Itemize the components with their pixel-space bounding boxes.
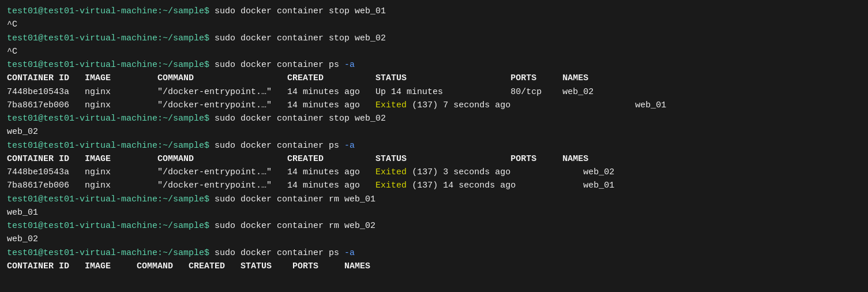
terminal-text-segment: 7448be10543a nginx "/docker-entrypoint.…… bbox=[7, 87, 593, 97]
terminal-text-segment: 7ba8617eb006 nginx "/docker-entrypoint.…… bbox=[7, 181, 375, 190]
terminal-text-segment: 7448be10543a nginx "/docker-entrypoint.…… bbox=[7, 167, 375, 177]
terminal-text-segment: ^C bbox=[7, 47, 17, 57]
terminal-line: ^C bbox=[7, 45, 861, 58]
terminal-text-segment: CONTAINER ID IMAGE COMMAND CREATED STATU… bbox=[7, 261, 370, 271]
terminal-text-segment: test01@test01-virtual-machine:~/sample$ bbox=[7, 248, 215, 258]
terminal-line: web_02 bbox=[7, 233, 861, 246]
terminal-text-segment: test01@test01-virtual-machine:~/sample$ bbox=[7, 141, 215, 151]
terminal-text-segment: test01@test01-virtual-machine:~/sample$ bbox=[7, 6, 215, 16]
terminal-text-segment: sudo docker container rm web_02 bbox=[215, 221, 375, 231]
terminal-line: test01@test01-virtual-machine:~/sample$ … bbox=[7, 58, 861, 72]
terminal-line: test01@test01-virtual-machine:~/sample$ … bbox=[7, 5, 861, 18]
terminal-text-segment: test01@test01-virtual-machine:~/sample$ bbox=[7, 194, 215, 204]
terminal-text-segment: (137) 3 seconds ago web_02 bbox=[407, 167, 614, 177]
terminal-text-segment: CONTAINER ID IMAGE COMMAND CREATED STATU… bbox=[7, 73, 588, 83]
terminal-text-segment: -a bbox=[344, 60, 355, 70]
terminal-text-segment: web_02 bbox=[7, 127, 38, 137]
terminal-line: test01@test01-virtual-machine:~/sample$ … bbox=[7, 193, 861, 206]
terminal-line: CONTAINER ID IMAGE COMMAND CREATED STATU… bbox=[7, 260, 861, 273]
terminal-line: 7ba8617eb006 nginx "/docker-entrypoint.…… bbox=[7, 179, 861, 192]
terminal-text-segment: sudo docker container ps bbox=[215, 60, 344, 70]
terminal-window: test01@test01-virtual-machine:~/sample$ … bbox=[0, 0, 868, 292]
terminal-text-segment: (137) 14 seconds ago web_01 bbox=[407, 181, 614, 190]
terminal-line: web_01 bbox=[7, 206, 861, 219]
terminal-text-segment: sudo docker container rm web_01 bbox=[215, 194, 375, 204]
terminal-text-segment: Exited bbox=[375, 181, 407, 190]
terminal-line: test01@test01-virtual-machine:~/sample$ … bbox=[7, 219, 861, 233]
terminal-text-segment: Exited bbox=[375, 167, 407, 177]
terminal-text-segment: test01@test01-virtual-machine:~/sample$ bbox=[7, 60, 215, 70]
terminal-line: test01@test01-virtual-machine:~/sample$ … bbox=[7, 246, 861, 260]
terminal-text-segment: Exited bbox=[375, 100, 407, 110]
terminal-text-segment: sudo docker container stop web_02 bbox=[215, 33, 386, 43]
terminal-text-segment: test01@test01-virtual-machine:~/sample$ bbox=[7, 114, 215, 123]
terminal-line: ^C bbox=[7, 18, 861, 31]
terminal-text-segment: web_02 bbox=[7, 234, 38, 244]
terminal-line: CONTAINER ID IMAGE COMMAND CREATED STATU… bbox=[7, 72, 861, 85]
terminal-text-segment: test01@test01-virtual-machine:~/sample$ bbox=[7, 33, 215, 43]
terminal-text-segment: ^C bbox=[7, 20, 17, 29]
terminal-text-segment: sudo docker container stop web_02 bbox=[215, 114, 386, 123]
terminal-line: 7ba8617eb006 nginx "/docker-entrypoint.…… bbox=[7, 99, 861, 112]
terminal-line: test01@test01-virtual-machine:~/sample$ … bbox=[7, 32, 861, 45]
terminal-text-segment: -a bbox=[344, 141, 355, 151]
terminal-text-segment: sudo docker container ps bbox=[215, 141, 344, 151]
terminal-line: web_02 bbox=[7, 125, 861, 138]
terminal-line: test01@test01-virtual-machine:~/sample$ … bbox=[7, 112, 861, 125]
terminal-text-segment: sudo docker container stop web_01 bbox=[215, 6, 386, 16]
terminal-text-segment: web_01 bbox=[7, 208, 38, 218]
terminal-text-segment: 7ba8617eb006 nginx "/docker-entrypoint.…… bbox=[7, 100, 375, 110]
terminal-text-segment: -a bbox=[344, 248, 355, 258]
terminal-line: CONTAINER ID IMAGE COMMAND CREATED STATU… bbox=[7, 152, 861, 166]
terminal-text-segment: test01@test01-virtual-machine:~/sample$ bbox=[7, 221, 215, 231]
terminal-line: 7448be10543a nginx "/docker-entrypoint.…… bbox=[7, 85, 861, 99]
terminal-text-segment: CONTAINER ID IMAGE COMMAND CREATED STATU… bbox=[7, 154, 588, 164]
terminal-line: test01@test01-virtual-machine:~/sample$ … bbox=[7, 139, 861, 152]
terminal-line: 7448be10543a nginx "/docker-entrypoint.…… bbox=[7, 166, 861, 179]
terminal-text-segment: sudo docker container ps bbox=[215, 248, 344, 258]
terminal-text-segment: (137) 7 seconds ago web_01 bbox=[407, 100, 666, 110]
